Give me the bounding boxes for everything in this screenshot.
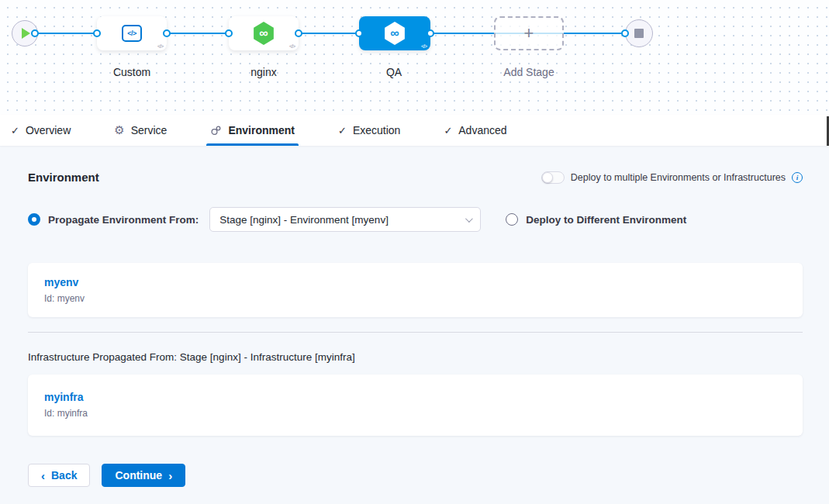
section-divider bbox=[28, 332, 803, 333]
environment-heading: Environment bbox=[28, 171, 99, 184]
environment-name-link[interactable]: myenv bbox=[44, 276, 786, 288]
connector-port[interactable] bbox=[295, 29, 302, 37]
connector-port[interactable] bbox=[225, 29, 233, 37]
tab-advanced[interactable]: ✓ Advanced bbox=[444, 115, 506, 146]
environment-card: myenv Id: myenv bbox=[28, 263, 803, 317]
tab-label: Execution bbox=[353, 124, 400, 136]
propagate-environment-radio[interactable] bbox=[28, 213, 40, 226]
check-icon: ✓ bbox=[11, 125, 19, 136]
stage-node-qa-selected[interactable]: ∞ </> bbox=[359, 16, 430, 50]
stop-icon bbox=[634, 29, 644, 38]
chevron-down-icon bbox=[465, 215, 473, 223]
back-button[interactable]: ‹ Back bbox=[28, 464, 90, 487]
pipeline-end-node[interactable] bbox=[625, 19, 653, 47]
selected-environment-value: Stage [nginx] - Environment [myenv] bbox=[219, 214, 389, 226]
infrastructure-name-link[interactable]: myinfra bbox=[44, 391, 786, 403]
connector-port[interactable] bbox=[621, 29, 629, 37]
infrastructure-id: Id: myinfra bbox=[44, 408, 786, 419]
different-environment-radio[interactable] bbox=[506, 213, 518, 226]
tab-environment[interactable]: Environment bbox=[210, 115, 295, 146]
multi-environment-toggle[interactable] bbox=[541, 171, 565, 184]
propagate-environment-label: Propagate Environment From: bbox=[48, 214, 199, 226]
deploy-stage-icon: ∞ bbox=[253, 22, 275, 45]
infrastructure-card: myinfra Id: myinfra bbox=[28, 375, 803, 436]
stage-label-nginx: nginx bbox=[217, 66, 310, 78]
custom-stage-icon: </> bbox=[122, 25, 142, 42]
connector-port[interactable] bbox=[93, 29, 101, 37]
stage-label-add-stage: Add Stage bbox=[482, 66, 575, 78]
propagate-environment-select[interactable]: Stage [nginx] - Environment [myenv] bbox=[209, 207, 481, 232]
environment-id: Id: myenv bbox=[44, 293, 786, 304]
connector-port[interactable] bbox=[427, 29, 434, 37]
stage-node-custom[interactable]: </> </> bbox=[97, 16, 167, 50]
environment-icon bbox=[210, 125, 222, 136]
stage-label-custom: Custom bbox=[85, 66, 178, 78]
check-icon: ✓ bbox=[338, 125, 347, 136]
tab-execution[interactable]: ✓ Execution bbox=[338, 115, 400, 146]
different-environment-label: Deploy to Different Environment bbox=[526, 214, 686, 226]
tab-overview[interactable]: ✓ Overview bbox=[11, 115, 71, 146]
tab-service[interactable]: ⚙ Service bbox=[114, 115, 167, 146]
yaml-code-icon[interactable]: </> bbox=[289, 43, 295, 49]
chevron-right-icon: › bbox=[168, 470, 172, 482]
add-stage-button[interactable]: + bbox=[494, 16, 564, 50]
connector-port[interactable] bbox=[31, 29, 39, 37]
stage-node-nginx[interactable]: ∞ </> bbox=[229, 16, 299, 50]
tab-label: Environment bbox=[228, 124, 295, 136]
tab-label: Service bbox=[131, 124, 168, 136]
yaml-code-icon[interactable]: </> bbox=[421, 43, 427, 49]
stage-label-qa: QA bbox=[347, 66, 440, 78]
gear-icon: ⚙ bbox=[114, 123, 124, 137]
plus-icon: + bbox=[524, 25, 534, 42]
info-icon[interactable]: i bbox=[792, 172, 803, 183]
continue-button[interactable]: Continue › bbox=[102, 464, 185, 487]
yaml-code-icon[interactable]: </> bbox=[157, 43, 163, 49]
check-icon: ✓ bbox=[444, 125, 452, 136]
tab-label: Advanced bbox=[458, 124, 506, 136]
connector-port[interactable] bbox=[163, 29, 171, 37]
toggle-knob bbox=[542, 172, 553, 183]
chevron-left-icon: ‹ bbox=[41, 470, 45, 482]
pipeline-canvas: </> </> ∞ </> ∞ </> + Custom nginx QA Ad… bbox=[0, 0, 829, 115]
deploy-stage-icon: ∞ bbox=[384, 22, 406, 45]
connector-port[interactable] bbox=[355, 29, 363, 37]
infrastructure-propagated-heading: Infrastructure Propagated From: Stage [n… bbox=[28, 351, 803, 363]
stage-tabbar: ✓ Overview ⚙ Service Environment ✓ Execu… bbox=[0, 115, 829, 146]
multi-environment-toggle-label: Deploy to multiple Environments or Infra… bbox=[571, 172, 786, 183]
tab-label: Overview bbox=[26, 124, 71, 136]
play-icon bbox=[22, 28, 30, 39]
environment-panel: Environment Deploy to multiple Environme… bbox=[0, 146, 829, 487]
